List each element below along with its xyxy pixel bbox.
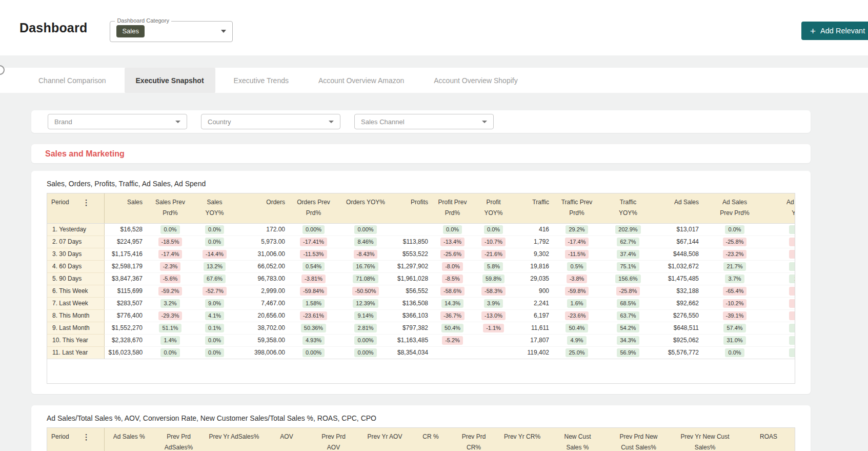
negative-change-badge: -8.5% [442,274,463,283]
tab-executive-trends[interactable]: Executive Trends [223,68,300,93]
positive-change-badge: 37.4% [617,250,639,259]
negative-change-badge: -3.8% [567,274,588,283]
column-menu-icon[interactable]: ⋮ [83,433,90,441]
positive-change-badge: 10 [789,274,795,283]
tab-executive-snapshot[interactable]: Executive Snapshot [125,68,215,93]
brand-select[interactable]: Brand [48,114,187,129]
period-cell: 8. This Month [47,309,104,322]
data-cell: 5 [766,322,795,334]
data-cell: 25.0% [553,346,600,359]
negative-change-badge: -4 [789,311,795,320]
column-header: Prev Yr AOV [358,428,411,451]
positive-change-badge: 9.14% [354,311,376,320]
period-cell: 7. Last Week [47,297,104,309]
tab-account-overview-amazon[interactable]: Account Overview Amazon [307,68,415,93]
column-header: Ad SaleYoY [766,193,795,223]
column-header: Profits [393,193,432,223]
data-cell: 0.0% [432,223,473,236]
data-cell: 17,807 [514,334,553,346]
data-cell: -10.2% [703,297,766,309]
positive-change-badge: 0 [789,348,795,357]
data-cell: -21.6% [473,248,514,260]
data-cell: 0.5% [553,260,600,272]
negative-change-badge: -29.3% [158,311,183,320]
data-cell: 0.00% [289,346,338,359]
tab-channel-comparison[interactable]: Channel Comparison [27,68,117,93]
negative-change-badge: -23.6% [565,311,589,320]
negative-change-badge: -5.6% [160,274,181,283]
data-cell [432,346,473,359]
data-cell: -25.8% [703,236,766,248]
negative-change-badge: -52.7% [203,287,227,296]
chevron-down-icon [221,30,226,33]
sales-channel-select[interactable]: Sales Channel [354,114,494,129]
data-cell: 0.00% [338,223,393,236]
data-cell: -17.4% [147,248,194,260]
table-scroll-area[interactable]: Period⋮SalesSales PrevPrd%SalesYOY%Order… [47,193,795,384]
data-cell: -5.2% [432,334,473,346]
data-cell: $16,023,580 [104,346,147,359]
positive-change-badge: 13.2% [204,262,226,271]
data-cell: -8.43% [338,248,393,260]
data-cell: 96,783.00 [235,272,289,285]
table-scroll-area[interactable]: Period⋮Ad Sales %Prev PrdAdSales%Prev Yr… [47,427,795,451]
data-cell: -50.50% [338,285,393,297]
data-cell [473,334,514,346]
table-row: 2. 07 Days$224,957-18.5%0.0%5,973.00-17.… [47,236,795,248]
data-cell: $224,957 [104,236,147,248]
data-cell: $1,961,028 [393,272,432,285]
data-cell: 172.00 [235,223,289,236]
data-cell: -36.7% [432,309,473,322]
data-cell: 4.93% [289,334,338,346]
positive-change-badge: 202.9% [615,225,640,234]
column-header: Traffic PrevPrd% [553,193,600,223]
column-menu-icon[interactable]: ⋮ [83,199,90,206]
data-cell: -5.6% [147,272,194,285]
table-row: 7. Last Week$283,5073.2%9.0%7,467.001.58… [47,297,795,309]
data-cell: 56.9% [600,346,656,359]
data-cell: -13.0% [473,309,514,322]
positive-change-badge: 3.7% [725,274,744,283]
data-cell: $56,552 [393,285,432,297]
period-cell: 1. Yesterday [47,223,104,236]
data-cell: $553,522 [393,248,432,260]
negative-change-badge: -17.41% [300,238,327,246]
positive-change-badge: 0.5% [567,262,586,271]
data-cell: -4 [766,309,795,322]
data-cell: $115,699 [104,285,147,297]
data-cell: 2,241 [514,297,553,309]
chevron-down-icon [329,121,334,123]
data-cell: 51.1% [147,322,194,334]
positive-change-badge: 0.0% [205,238,224,246]
negative-change-badge: -11.53% [300,250,327,259]
negative-change-badge: -59.8% [565,287,589,296]
tab-account-overview-shopify[interactable]: Account Overview Shopify [422,68,529,93]
data-cell: $1,552,270 [104,322,147,334]
main-content: BrandCountrySales Channel Sales and Mark… [0,93,868,451]
category-value-chip: Sales [116,25,145,37]
add-relevant-button[interactable]: + Add Relevant [801,22,868,40]
data-cell: 9.14% [338,309,393,322]
period-cell: 9. Last Month [47,322,104,334]
data-cell: 0.0% [703,223,766,236]
data-cell: 59.8% [473,272,514,285]
column-header: Prev Yr AdSales% [204,428,265,451]
negative-change-badge: -18.5% [158,238,183,246]
column-header: New CustSales % [547,428,608,451]
data-cell: -11.53% [289,248,338,260]
data-cell: 0.0% [147,346,194,359]
data-cell: $136,508 [393,297,432,309]
data-cell: -13.4% [432,236,473,248]
dashboard-category-select[interactable]: Dashboard Category Sales [110,21,233,42]
data-cell: $276,550 [656,309,703,322]
data-cell: $2,328,670 [104,334,147,346]
data-cell: 37.4% [600,248,656,260]
data-cell: 5,973.00 [235,236,289,248]
column-header: Traffic [514,193,553,223]
period-cell: 11. Last Year [47,346,104,359]
data-cell: $448,508 [656,248,703,260]
country-select[interactable]: Country [201,114,340,129]
column-header: Prev PrdCR% [450,428,497,451]
positive-change-badge: 0.00% [354,348,376,357]
positive-change-badge: 0.00% [302,225,325,234]
